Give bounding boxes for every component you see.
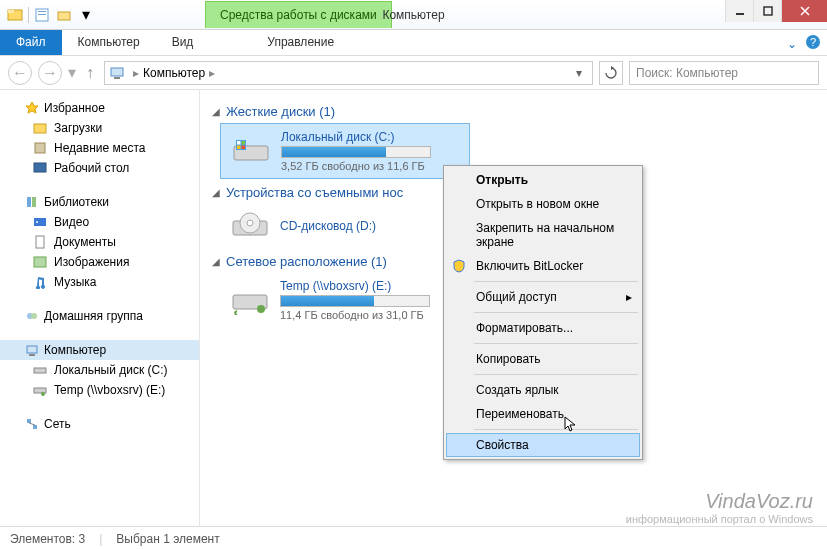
drive-tools-tab[interactable]: Средства работы с дисками: [205, 1, 392, 28]
svg-point-27: [41, 392, 45, 396]
ribbon-tabs: Файл Компьютер Вид Управление ⌄ ?: [0, 30, 827, 56]
drive-icon: [230, 284, 270, 316]
selected-count: Выбран 1 элемент: [116, 532, 219, 546]
menu-item[interactable]: Копировать: [446, 347, 640, 371]
computer-icon: [24, 342, 40, 358]
menu-separator: [474, 343, 638, 344]
navigation-pane: Избранное Загрузки Недавние места Рабочи…: [0, 90, 200, 526]
picture-icon: [32, 254, 48, 270]
network-header[interactable]: Сеть: [0, 414, 199, 434]
statusbar: Элементов: 3 | Выбран 1 элемент: [0, 526, 827, 549]
drive-icon: [230, 210, 270, 242]
help-icon[interactable]: ?: [805, 34, 821, 53]
menu-item[interactable]: Переименовать: [446, 402, 640, 426]
capacity-bar: [281, 146, 431, 158]
svg-rect-26: [34, 388, 46, 393]
svg-rect-15: [27, 197, 31, 207]
menu-item[interactable]: Включить BitLocker: [446, 254, 640, 278]
breadcrumb-item[interactable]: Компьютер: [143, 66, 205, 80]
menu-separator: [474, 429, 638, 430]
menu-item[interactable]: Открыть в новом окне: [446, 192, 640, 216]
search-placeholder: Поиск: Компьютер: [636, 66, 738, 80]
chevron-down-icon: ◢: [212, 256, 220, 267]
forward-button[interactable]: →: [38, 61, 62, 85]
expand-ribbon-icon[interactable]: ⌄: [787, 37, 797, 51]
titlebar: ▾ Средства работы с дисками Компьютер: [0, 0, 827, 30]
svg-rect-19: [36, 236, 44, 248]
computer-icon: [109, 65, 125, 81]
folder-icon: [32, 120, 48, 136]
sidebar-item-documents[interactable]: Документы: [0, 232, 199, 252]
up-button[interactable]: ↑: [82, 64, 98, 82]
drive-item[interactable]: CD-дисковод (D:): [220, 204, 470, 248]
star-icon: [24, 100, 40, 116]
menu-item[interactable]: Общий доступ: [446, 285, 640, 309]
svg-rect-14: [34, 163, 46, 172]
chevron-right-icon[interactable]: ▸: [205, 66, 219, 80]
svg-rect-33: [242, 141, 246, 145]
svg-rect-6: [736, 13, 744, 15]
svg-rect-13: [35, 143, 45, 153]
close-button[interactable]: [781, 0, 827, 22]
libraries-header[interactable]: Библиотеки: [0, 192, 199, 212]
drive-name: Локальный диск (C:): [281, 130, 431, 144]
qat-dropdown-icon[interactable]: ▾: [77, 6, 95, 24]
back-button[interactable]: ←: [8, 61, 32, 85]
qat-separator: [28, 7, 29, 23]
drive-item[interactable]: Temp (\\vboxsrv) (E:)11,4 ГБ свободно из…: [220, 273, 470, 327]
drive-icon: [231, 135, 271, 167]
svg-rect-4: [38, 14, 46, 15]
view-tab[interactable]: Вид: [156, 30, 210, 55]
search-input[interactable]: Поиск: Компьютер: [629, 61, 819, 85]
drive-name: Temp (\\vboxsrv) (E:): [280, 279, 430, 293]
drive-item[interactable]: Локальный диск (C:)3,52 ГБ свободно из 1…: [220, 123, 470, 179]
svg-rect-25: [34, 368, 46, 373]
menu-item[interactable]: Свойства: [446, 433, 640, 457]
newfolder-qat-icon[interactable]: [55, 6, 73, 24]
svg-rect-12: [34, 124, 46, 133]
capacity-bar: [280, 295, 430, 307]
drive-group-header[interactable]: ◢Жесткие диски (1): [212, 98, 815, 123]
network-icon: [24, 416, 40, 432]
properties-qat-icon[interactable]: [33, 6, 51, 24]
sidebar-item-pictures[interactable]: Изображения: [0, 252, 199, 272]
minimize-button[interactable]: [725, 0, 753, 22]
video-icon: [32, 214, 48, 230]
manage-tab[interactable]: Управление: [239, 30, 362, 55]
homegroup-icon: [24, 308, 40, 324]
history-dropdown-icon[interactable]: ▾: [68, 63, 76, 82]
svg-rect-16: [32, 197, 36, 207]
chevron-right-icon[interactable]: ▸: [129, 66, 143, 80]
libraries-icon: [24, 194, 40, 210]
menu-item[interactable]: Создать ярлык: [446, 378, 640, 402]
address-bar[interactable]: ▸ Компьютер ▸ ▾: [104, 61, 593, 85]
sidebar-item-videos[interactable]: Видео: [0, 212, 199, 232]
svg-rect-3: [38, 11, 46, 12]
homegroup-header[interactable]: Домашняя группа: [0, 306, 199, 326]
address-dropdown-icon[interactable]: ▾: [570, 66, 588, 80]
desktop-icon: [32, 160, 48, 176]
chevron-down-icon: ◢: [212, 106, 220, 117]
sidebar-item-temp-e[interactable]: Temp (\\vboxsrv) (E:): [0, 380, 199, 400]
sidebar-item-desktop[interactable]: Рабочий стол: [0, 158, 199, 178]
menu-item[interactable]: Закрепить на начальном экране: [446, 216, 640, 254]
item-count: Элементов: 3: [10, 532, 85, 546]
menu-item[interactable]: Форматировать...: [446, 316, 640, 340]
sidebar-item-local-disk-c[interactable]: Локальный диск (C:): [0, 360, 199, 380]
sidebar-item-downloads[interactable]: Загрузки: [0, 118, 199, 138]
menu-item[interactable]: Открыть: [446, 168, 640, 192]
quick-access-toolbar: ▾: [0, 6, 95, 24]
computer-tab[interactable]: Компьютер: [62, 30, 156, 55]
svg-rect-20: [34, 257, 46, 267]
sidebar-item-music[interactable]: Музыка: [0, 272, 199, 292]
maximize-button[interactable]: [753, 0, 781, 22]
file-tab[interactable]: Файл: [0, 30, 62, 55]
network-drive-icon: [32, 382, 48, 398]
computer-header[interactable]: Компьютер: [0, 340, 199, 360]
window-title: Компьютер: [382, 8, 444, 22]
sidebar-item-recent[interactable]: Недавние места: [0, 138, 199, 158]
favorites-header[interactable]: Избранное: [0, 98, 199, 118]
music-icon: [32, 274, 48, 290]
refresh-button[interactable]: [599, 61, 623, 85]
svg-rect-1: [8, 10, 14, 13]
